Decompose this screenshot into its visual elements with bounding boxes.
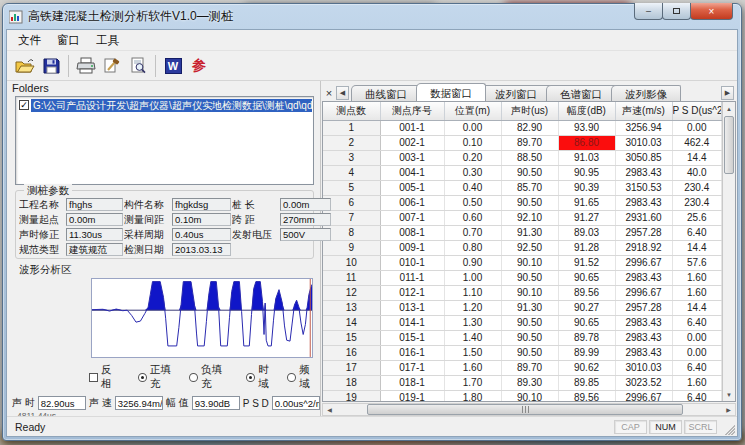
menu-item-0[interactable]: 文件 <box>10 31 49 50</box>
row-number-cell[interactable]: 7 <box>323 210 380 225</box>
tab-1[interactable]: 数据窗口 <box>416 83 486 101</box>
fill-radio-0[interactable]: 正填充 <box>138 363 181 391</box>
data-cell[interactable]: 1.20 <box>444 300 501 315</box>
data-cell[interactable]: 90.65 <box>558 315 615 330</box>
data-cell[interactable]: 90.27 <box>558 300 615 315</box>
data-cell[interactable]: 2983.43 <box>615 315 672 330</box>
data-cell[interactable]: 3023.52 <box>615 375 672 390</box>
data-cell[interactable]: 91.52 <box>558 255 615 270</box>
scroll-right-arrow[interactable]: ▶ <box>722 404 735 415</box>
parameters-button[interactable]: 参 <box>186 53 212 78</box>
resize-grip[interactable] <box>722 422 735 435</box>
open-button[interactable] <box>12 53 38 78</box>
data-cell[interactable]: 89.56 <box>558 285 615 300</box>
data-cell[interactable]: 89.56 <box>558 390 615 401</box>
row-number-cell[interactable]: 1 <box>323 120 380 135</box>
data-cell[interactable]: 91.27 <box>558 210 615 225</box>
data-cell[interactable]: 006-1 <box>380 195 444 210</box>
data-cell[interactable]: 89.70 <box>501 135 558 150</box>
data-cell[interactable]: 010-1 <box>380 255 444 270</box>
data-cell[interactable]: 91.28 <box>558 240 615 255</box>
data-cell[interactable]: 14.4 <box>672 240 722 255</box>
data-cell[interactable]: 014-1 <box>380 315 444 330</box>
data-cell[interactable]: 89.99 <box>558 345 615 360</box>
param-value[interactable]: 0.40us <box>172 228 231 241</box>
data-cell[interactable]: 2957.28 <box>615 225 672 240</box>
row-number-cell[interactable]: 18 <box>323 375 380 390</box>
row-number-cell[interactable]: 10 <box>323 255 380 270</box>
param-value[interactable]: 0.00m <box>66 213 123 226</box>
data-cell[interactable]: 89.85 <box>558 375 615 390</box>
row-number-cell[interactable]: 8 <box>323 225 380 240</box>
data-cell[interactable]: 2983.43 <box>615 165 672 180</box>
column-header-6[interactable]: P S D(us^2/m) <box>672 102 722 120</box>
data-cell[interactable]: 91.65 <box>558 195 615 210</box>
column-header-0[interactable]: 测点数 <box>323 102 380 120</box>
maximize-button[interactable] <box>662 3 691 20</box>
file-checkbox[interactable]: ✓ <box>19 100 29 110</box>
data-cell[interactable]: 2931.60 <box>615 210 672 225</box>
file-list[interactable]: ✓ G:\公司产品设计开发\超声仪器\超声仪实地检测数据\测桩\qd\qd03\… <box>15 96 314 185</box>
data-cell[interactable]: 003-1 <box>380 150 444 165</box>
data-cell[interactable]: 1.60 <box>672 375 722 390</box>
data-cell[interactable]: 019-1 <box>380 390 444 401</box>
data-cell[interactable]: 89.30 <box>501 375 558 390</box>
row-number-cell[interactable]: 17 <box>323 360 380 375</box>
export-word-button[interactable]: W <box>160 53 186 78</box>
data-cell[interactable]: 2983.43 <box>615 195 672 210</box>
data-cell[interactable]: 1.50 <box>444 345 501 360</box>
data-cell[interactable]: 25.6 <box>672 210 722 225</box>
file-path-label[interactable]: G:\公司产品设计开发\超声仪器\超声仪实地检测数据\测桩\qd\qd03\qd… <box>31 99 312 112</box>
invert-checkbox[interactable]: 反相 <box>89 363 122 391</box>
data-cell[interactable]: 1.40 <box>444 330 501 345</box>
data-cell[interactable]: 002-1 <box>380 135 444 150</box>
data-cell[interactable]: 0.00 <box>672 330 722 345</box>
tab-2[interactable]: 波列窗口 <box>481 85 551 101</box>
row-number-cell[interactable]: 19 <box>323 390 380 401</box>
data-cell[interactable]: 013-1 <box>380 300 444 315</box>
column-header-5[interactable]: 声速(m/s) <box>615 102 672 120</box>
data-cell[interactable]: 3256.94 <box>615 120 672 135</box>
data-cell[interactable]: 009-1 <box>380 240 444 255</box>
readout-value-1[interactable]: 3256.94m/s <box>115 396 163 410</box>
scroll-left-arrow[interactable]: ◀ <box>323 404 336 415</box>
param-value[interactable]: 建筑规范 <box>66 243 123 256</box>
data-cell[interactable]: 007-1 <box>380 210 444 225</box>
data-cell[interactable]: 011-1 <box>380 270 444 285</box>
data-cell[interactable]: 92.10 <box>501 210 558 225</box>
data-cell[interactable]: 90.50 <box>501 345 558 360</box>
param-value[interactable]: 2013.03.13 <box>172 243 231 256</box>
row-number-cell[interactable]: 6 <box>323 195 380 210</box>
data-cell[interactable]: 1.00 <box>444 270 501 285</box>
menu-item-1[interactable]: 窗口 <box>49 31 88 50</box>
param-value[interactable]: 11.30us <box>66 228 123 241</box>
data-cell[interactable]: 0.00 <box>672 120 722 135</box>
horizontal-scroll-thumb[interactable] <box>367 404 684 415</box>
data-cell[interactable]: 6.40 <box>672 390 722 401</box>
data-cell[interactable]: 004-1 <box>380 165 444 180</box>
data-cell[interactable]: 91.03 <box>558 150 615 165</box>
data-cell[interactable]: 230.4 <box>672 195 722 210</box>
data-cell[interactable]: 005-1 <box>380 180 444 195</box>
data-cell[interactable]: 90.50 <box>501 165 558 180</box>
tab-4[interactable]: 波列影像 <box>611 85 681 101</box>
data-cell[interactable]: 3150.53 <box>615 180 672 195</box>
row-number-cell[interactable]: 12 <box>323 285 380 300</box>
row-number-cell[interactable]: 2 <box>323 135 380 150</box>
data-cell[interactable]: 0.40 <box>444 180 501 195</box>
scroll-down-arrow[interactable]: ▼ <box>723 388 735 401</box>
panel-close-button[interactable]: × <box>322 85 336 101</box>
param-value[interactable]: 0.00m <box>280 198 331 211</box>
readout-value-3[interactable]: 0.00us^2/m <box>272 396 320 410</box>
row-number-cell[interactable]: 9 <box>323 240 380 255</box>
row-number-cell[interactable]: 13 <box>323 300 380 315</box>
data-cell[interactable]: 3010.03 <box>615 135 672 150</box>
print-preview-button[interactable] <box>125 53 151 78</box>
vertical-scroll-thumb[interactable] <box>724 116 734 174</box>
data-cell[interactable]: 3010.03 <box>615 360 672 375</box>
data-cell[interactable]: 012-1 <box>380 285 444 300</box>
param-value[interactable]: fhghs <box>66 198 123 211</box>
data-cell[interactable]: 001-1 <box>380 120 444 135</box>
data-cell[interactable]: 89.03 <box>558 225 615 240</box>
data-cell[interactable]: 0.00 <box>444 120 501 135</box>
